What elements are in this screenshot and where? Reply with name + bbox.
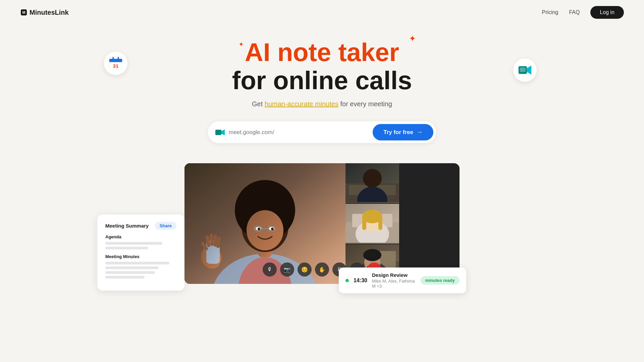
demo-section: Meeting Summary Share Agenda Meeting Min…: [0, 163, 644, 284]
hero-line1: AI note taker: [232, 38, 412, 66]
svg-line-31: [211, 235, 212, 244]
hero-line2: for online calls: [232, 66, 412, 95]
minutes-line-2: [105, 266, 159, 269]
side-person-1: [345, 163, 399, 202]
share-button[interactable]: Share: [155, 222, 176, 230]
svg-rect-11: [520, 67, 526, 72]
svg-rect-5: [109, 59, 122, 62]
logo[interactable]: M MinutesLink: [20, 9, 69, 16]
svg-point-20: [247, 210, 283, 250]
svg-rect-48: [378, 217, 382, 230]
emoji-button[interactable]: 😊: [298, 262, 312, 277]
summary-card-title: Meeting Summary: [105, 223, 149, 229]
svg-rect-47: [362, 217, 366, 230]
svg-text:M: M: [22, 10, 25, 14]
agenda-lines: [105, 242, 176, 249]
svg-point-23: [258, 228, 260, 230]
side-video-1: [345, 163, 399, 203]
svg-rect-7: [112, 57, 114, 60]
minutes-label: Meeting Minutes: [105, 254, 176, 259]
svg-point-54: [363, 249, 381, 261]
svg-line-33: [218, 238, 219, 246]
arrow-icon: →: [417, 129, 423, 136]
minutes-line-1: [105, 262, 169, 264]
input-gmeet-icon: [215, 127, 225, 138]
svg-rect-8: [118, 57, 119, 60]
google-calendar-icon: 31: [108, 56, 123, 71]
camera-button[interactable]: 📷: [280, 262, 294, 277]
minutes-ready-badge: minutes ready: [421, 276, 460, 285]
gcal-float-icon: 31: [104, 52, 127, 75]
minutes-lines: [105, 262, 176, 279]
svg-line-30: [207, 237, 209, 245]
faq-link[interactable]: FAQ: [569, 9, 580, 15]
url-input-row: Try for free →: [208, 121, 436, 143]
summary-card-header: Meeting Summary Share: [105, 222, 176, 230]
hero-subtitle: Get human-accurate minutes for every mee…: [252, 100, 392, 108]
meeting-attendees: Mike M, Alex, Fathima M +3: [372, 279, 416, 289]
meeting-info: Design Review Mike M, Alex, Fathima M +3: [372, 272, 416, 289]
minutes-line-3: [105, 271, 155, 274]
svg-marker-10: [527, 66, 531, 75]
svg-rect-12: [215, 130, 221, 135]
mic-button[interactable]: 🎙: [263, 262, 277, 277]
meeting-title: Design Review: [372, 272, 416, 278]
svg-marker-13: [221, 129, 225, 135]
subtitle-before: Get: [252, 100, 265, 108]
online-indicator: [345, 279, 349, 282]
camera-icon: 📷: [284, 266, 290, 273]
agenda-line-2: [105, 247, 148, 249]
logo-icon: M: [20, 9, 28, 16]
url-input-field[interactable]: [229, 129, 373, 136]
meeting-time: 14:30: [354, 278, 367, 284]
google-meet-icon: [517, 62, 533, 78]
side-video-2: [345, 204, 399, 244]
hero-title: AI note taker for online calls: [232, 38, 412, 94]
logo-text: MinutesLink: [30, 9, 69, 16]
pricing-link[interactable]: Pricing: [542, 9, 558, 15]
raise-hand-icon: ✋: [319, 266, 325, 273]
login-button[interactable]: Log in: [590, 6, 624, 19]
minutes-line-4: [105, 276, 145, 279]
nav-right: Pricing FAQ Log in: [542, 6, 624, 19]
meeting-notification: 14:30 Design Review Mike M, Alex, Fathim…: [339, 267, 466, 293]
side-person-2: [345, 204, 399, 243]
mic-icon: 🎙: [267, 266, 272, 273]
try-free-button[interactable]: Try for free →: [373, 124, 433, 140]
subtitle-highlight: human-accurate minutes: [265, 100, 338, 108]
demo-inner: Meeting Summary Share Agenda Meeting Min…: [184, 163, 460, 284]
agenda-label: Agenda: [105, 234, 176, 239]
svg-point-38: [363, 169, 382, 188]
navbar: M MinutesLink Pricing FAQ Log in: [0, 0, 644, 25]
agenda-line-1: [105, 242, 162, 245]
meeting-summary-card: Meeting Summary Share Agenda Meeting Min…: [97, 215, 184, 291]
svg-point-24: [271, 228, 274, 230]
svg-text:31: 31: [113, 63, 119, 69]
raise-hand-button[interactable]: ✋: [315, 262, 329, 277]
hero-section: 31 AI note taker for online calls Get hu…: [0, 25, 644, 284]
gmeet-float-icon: [513, 58, 537, 82]
emoji-icon: 😊: [301, 266, 308, 273]
subtitle-after: for every meeting: [338, 100, 392, 108]
video-call-mockup: 🎙 📷 😊 ✋ 🖥 ···: [184, 163, 460, 284]
